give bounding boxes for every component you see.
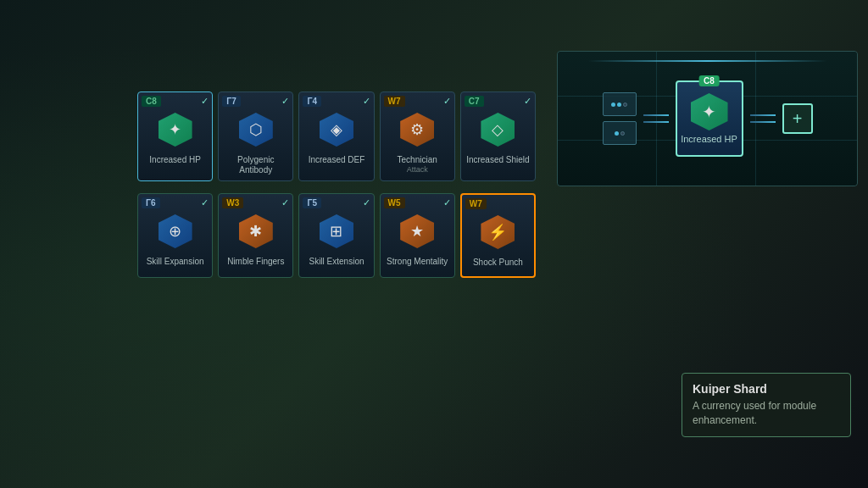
dot-1 [611, 103, 615, 107]
tooltip-description: A currency used for module enhancement. [693, 399, 840, 428]
module-icon-area-6: ⊕ [157, 213, 194, 250]
module-name-def: Increased DEF [309, 155, 365, 165]
module-icon-area-10: ⚡ [479, 214, 516, 251]
check-mark-9: ✓ [443, 197, 451, 208]
module-card-nimble-fingers[interactable]: W3 ✓ ✱ Nimble Fingers [218, 193, 293, 278]
module-card-shock-punch[interactable]: W7 ⚡ Shock Punch [460, 193, 536, 278]
dot-5 [620, 131, 625, 136]
module-grid-row2: Γ6 ✓ ⊕ Skill Expansion W3 ✓ ✱ Nimble Fin… [134, 190, 539, 281]
check-mark-6: ✓ [201, 197, 209, 208]
module-name-shield: Increased Shield [466, 155, 530, 165]
module-card-skill-extension[interactable]: Γ5 ✓ ⊞ Skill Extension [298, 193, 374, 278]
module-icon-skill-ext: ⊞ [320, 214, 353, 248]
module-icon-area-7: ✱ [237, 213, 275, 250]
left-arrows [643, 114, 669, 123]
module-icon-area-8: ⊞ [318, 213, 355, 250]
flow-module-name: Increased HP [681, 134, 737, 144]
module-grid-row1: C8 ✓ ✦ Increased HP Γ7 ✓ ⬡ Polygenic Ant… [134, 88, 539, 185]
right-arrows [750, 114, 776, 123]
module-icon-area-4: ⚙ [398, 111, 436, 148]
dot-2 [617, 103, 621, 107]
module-card-polygenic[interactable]: Γ7 ✓ ⬡ Polygenic Antibody [218, 92, 293, 181]
dot-4 [615, 131, 619, 136]
module-rank-r7: Γ7 [222, 96, 241, 107]
check-mark-4: ✓ [443, 96, 451, 107]
tooltip-title: Kuiper Shard [693, 382, 840, 396]
module-sub-tech: Attack [407, 165, 428, 174]
module-rank-w7b: W7 [465, 198, 487, 209]
check-mark-3: ✓ [363, 96, 370, 107]
module-icon-skill-exp: ⊕ [159, 214, 192, 248]
module-icon-poly: ⬡ [239, 113, 273, 147]
module-icon-area-9: ★ [398, 213, 436, 250]
module-name-skill-ext: Skill Extension [309, 257, 364, 267]
module-icon-area-5: ◇ [479, 111, 516, 148]
flow-node-tl [603, 92, 637, 116]
conn-left-2 [643, 121, 669, 123]
module-card-increased-shield[interactable]: C7 ✓ ◇ Increased Shield [460, 92, 536, 181]
check-mark-8: ✓ [363, 197, 370, 208]
flow-node-bl [603, 121, 637, 145]
dot-row-1 [611, 103, 627, 107]
module-flow: C8 ✦ Increased HP + [603, 80, 813, 157]
module-rank-r4: Γ4 [303, 96, 321, 107]
module-icon-shock: ⚡ [481, 215, 515, 249]
dot-row-2 [615, 131, 625, 136]
module-icon-def: ◈ [320, 113, 353, 147]
flow-hex-icon: ✦ [691, 93, 728, 130]
module-rank-c8: C8 [142, 96, 161, 107]
module-name-hp: Increased HP [149, 155, 201, 165]
flow-center-card: C8 ✦ Increased HP [676, 80, 743, 157]
flow-rank-badge: C8 [698, 75, 720, 86]
module-visual: C8 ✦ Increased HP + [557, 51, 858, 186]
module-name-nimble: Nimble Fingers [227, 257, 284, 267]
conn-right-2 [750, 121, 776, 123]
conn-right-1 [750, 114, 776, 116]
module-name-skill-exp: Skill Expansion [147, 257, 204, 267]
check-mark-1: ✓ [201, 96, 209, 107]
conn-left-1 [643, 114, 669, 116]
check-mark-2: ✓ [281, 96, 289, 107]
dot-3 [623, 103, 627, 107]
module-rank-c7: C7 [465, 96, 484, 107]
module-rank-w7: W7 [384, 96, 405, 107]
module-icon-shield: ◇ [481, 113, 515, 147]
module-card-technician[interactable]: W7 ✓ ⚙ Technician Attack [380, 92, 455, 181]
flow-enhance-arrow: + [782, 103, 813, 134]
module-card-increased-def[interactable]: Γ4 ✓ ◈ Increased DEF [298, 92, 374, 181]
main-container: Enhance Module ⬡ 0 + ↑ 7,953 ● 2,241,357… [0, 0, 868, 488]
module-name-strong: Strong Mentality [387, 257, 448, 267]
module-rank-r6: Γ6 [142, 197, 160, 208]
module-icon-nimble: ✱ [239, 214, 273, 248]
module-icon-area-2: ⬡ [237, 111, 275, 148]
module-icon-tech: ⚙ [400, 113, 434, 147]
check-mark-7: ✓ [281, 197, 289, 208]
flow-left-nodes [603, 92, 637, 145]
module-icon-area-1: ✦ [157, 111, 194, 148]
module-rank-w5: W5 [384, 197, 405, 208]
tooltip-box: Kuiper Shard A currency used for module … [682, 373, 851, 437]
check-mark-5: ✓ [524, 96, 531, 107]
module-icon-strong: ★ [400, 214, 434, 248]
module-card-skill-expansion[interactable]: Γ6 ✓ ⊕ Skill Expansion [137, 193, 213, 278]
module-name-tech: Technician [398, 155, 437, 165]
module-card-strong-mentality[interactable]: W5 ✓ ★ Strong Mentality [380, 193, 455, 278]
module-icon-hp: ✦ [159, 113, 192, 147]
module-rank-w3: W3 [222, 197, 243, 208]
module-icon-area-3: ◈ [318, 111, 355, 148]
module-rank-r5: Γ5 [303, 197, 321, 208]
module-name-poly: Polygenic Antibody [224, 155, 287, 175]
module-name-shock: Shock Punch [473, 258, 523, 268]
module-card-increased-hp[interactable]: C8 ✓ ✦ Increased HP [137, 92, 213, 181]
